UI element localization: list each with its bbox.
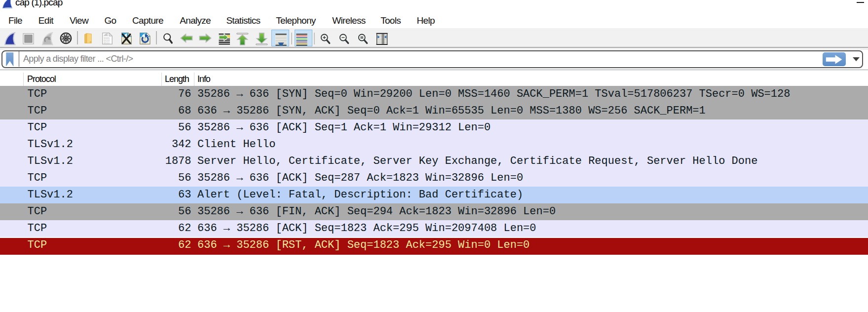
- svg-text:0111: 0111: [104, 42, 110, 44]
